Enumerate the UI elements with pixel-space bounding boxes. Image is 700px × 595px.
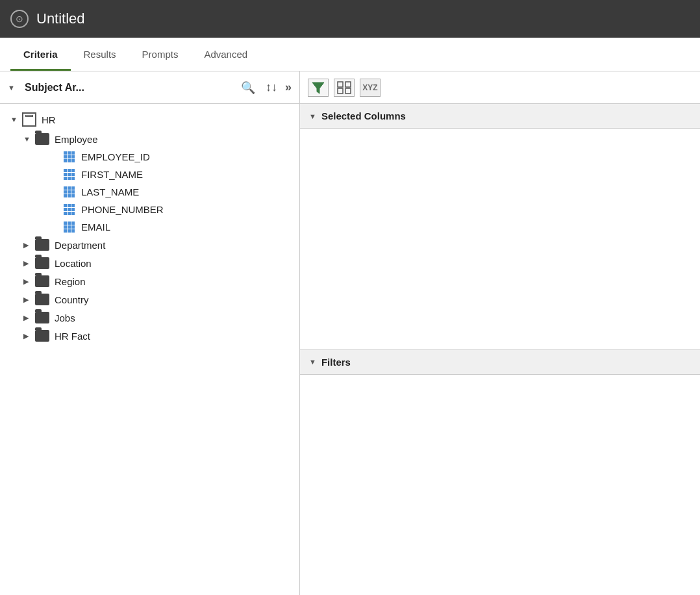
department-expand-icon bbox=[23, 241, 32, 249]
subject-area-header: Subject Ar... 🔍 ↕↓ » bbox=[0, 71, 299, 104]
employee-id-label: EMPLOYEE_ID bbox=[81, 151, 150, 162]
main-layout: Subject Ar... 🔍 ↕↓ » HR Employee bbox=[0, 71, 700, 595]
employee-label: Employee bbox=[55, 134, 98, 145]
app-icon: ⊙ bbox=[10, 10, 29, 28]
employee-expand-icon bbox=[23, 135, 32, 143]
phone-number-label: PHONE_NUMBER bbox=[81, 204, 164, 215]
tree-node-jobs[interactable]: Jobs bbox=[0, 309, 299, 327]
tree-node-hr[interactable]: HR bbox=[0, 109, 299, 130]
hr-fact-folder-icon bbox=[35, 330, 49, 342]
hr-fact-label: HR Fact bbox=[55, 331, 90, 342]
jobs-label: Jobs bbox=[55, 312, 75, 323]
hr-label: HR bbox=[42, 114, 56, 125]
tree-node-employee[interactable]: Employee bbox=[0, 130, 299, 148]
department-label: Department bbox=[55, 240, 105, 251]
employee-id-column-icon bbox=[64, 151, 75, 162]
filters-body bbox=[300, 375, 700, 596]
subject-area-tree: HR Employee EMPLOYEE_ID bbox=[0, 104, 299, 595]
selected-columns-section: ▼ Selected Columns bbox=[300, 104, 700, 350]
jobs-expand-icon bbox=[23, 314, 32, 322]
hr-fact-expand-icon bbox=[23, 332, 32, 340]
selected-columns-collapse-icon[interactable]: ▼ bbox=[309, 112, 316, 120]
svg-rect-3 bbox=[338, 88, 343, 94]
svg-rect-1 bbox=[338, 82, 343, 87]
filters-section: ▼ Filters bbox=[300, 350, 700, 596]
tabs-bar: Criteria Results Prompts Advanced bbox=[0, 38, 700, 71]
filters-header: ▼ Filters bbox=[300, 350, 700, 375]
location-expand-icon bbox=[23, 259, 32, 268]
tab-advanced[interactable]: Advanced bbox=[191, 40, 260, 71]
svg-rect-2 bbox=[345, 82, 351, 87]
tree-node-first-name[interactable]: FIRST_NAME bbox=[0, 166, 299, 183]
tab-criteria[interactable]: Criteria bbox=[10, 40, 71, 71]
svg-marker-0 bbox=[312, 82, 324, 94]
location-label: Location bbox=[55, 258, 92, 269]
tree-node-email[interactable]: EMAIL bbox=[0, 218, 299, 236]
xyz-toolbar-button[interactable]: XYZ bbox=[360, 79, 381, 97]
tree-node-location[interactable]: Location bbox=[0, 254, 299, 272]
first-name-column-icon bbox=[64, 169, 75, 180]
filter-toolbar-button[interactable] bbox=[308, 79, 329, 97]
location-folder-icon bbox=[35, 257, 49, 269]
hr-expand-icon bbox=[10, 116, 19, 123]
tab-prompts[interactable]: Prompts bbox=[129, 40, 192, 71]
tree-node-last-name[interactable]: LAST_NAME bbox=[0, 183, 299, 201]
email-column-icon bbox=[64, 222, 75, 233]
sort-icon[interactable]: ↕↓ bbox=[263, 79, 280, 95]
tree-node-department[interactable]: Department bbox=[0, 236, 299, 254]
selected-columns-title: Selected Columns bbox=[321, 110, 406, 121]
filters-collapse-icon[interactable]: ▼ bbox=[309, 358, 316, 366]
employee-folder-icon bbox=[35, 133, 49, 145]
last-name-column-icon bbox=[64, 186, 75, 197]
department-folder-icon bbox=[35, 239, 49, 251]
layout-icon bbox=[337, 81, 351, 94]
search-icon[interactable]: 🔍 bbox=[238, 79, 258, 96]
right-toolbar: XYZ bbox=[300, 71, 700, 104]
tab-results[interactable]: Results bbox=[71, 40, 129, 71]
collapse-subject-area-icon[interactable] bbox=[8, 84, 17, 92]
region-label: Region bbox=[55, 276, 86, 287]
selected-columns-header: ▼ Selected Columns bbox=[300, 104, 700, 129]
hr-subject-icon bbox=[22, 112, 36, 127]
expand-icon[interactable]: » bbox=[285, 81, 292, 94]
left-panel: Subject Ar... 🔍 ↕↓ » HR Employee bbox=[0, 71, 300, 595]
layout-toolbar-button[interactable] bbox=[334, 79, 355, 97]
svg-rect-4 bbox=[345, 88, 351, 94]
funnel-icon bbox=[311, 81, 325, 95]
region-folder-icon bbox=[35, 275, 49, 287]
right-panel: XYZ ▼ Selected Columns ▼ Filters bbox=[300, 71, 700, 595]
country-folder-icon bbox=[35, 294, 49, 305]
filters-title: Filters bbox=[321, 357, 351, 368]
title-bar: ⊙ Untitled bbox=[0, 0, 700, 38]
region-expand-icon bbox=[23, 277, 32, 286]
country-expand-icon bbox=[23, 296, 32, 304]
tree-node-phone-number[interactable]: PHONE_NUMBER bbox=[0, 201, 299, 218]
tree-node-country[interactable]: Country bbox=[0, 290, 299, 309]
tree-node-region[interactable]: Region bbox=[0, 272, 299, 290]
phone-number-column-icon bbox=[64, 204, 75, 215]
tree-node-hr-fact[interactable]: HR Fact bbox=[0, 327, 299, 345]
app-title: Untitled bbox=[36, 10, 85, 27]
last-name-label: LAST_NAME bbox=[81, 186, 139, 197]
email-label: EMAIL bbox=[81, 222, 110, 233]
country-label: Country bbox=[55, 294, 89, 305]
selected-columns-body bbox=[300, 129, 700, 349]
subject-area-title: Subject Ar... bbox=[25, 82, 233, 94]
jobs-folder-icon bbox=[35, 312, 49, 323]
tree-node-employee-id[interactable]: EMPLOYEE_ID bbox=[0, 148, 299, 166]
first-name-label: FIRST_NAME bbox=[81, 169, 143, 180]
